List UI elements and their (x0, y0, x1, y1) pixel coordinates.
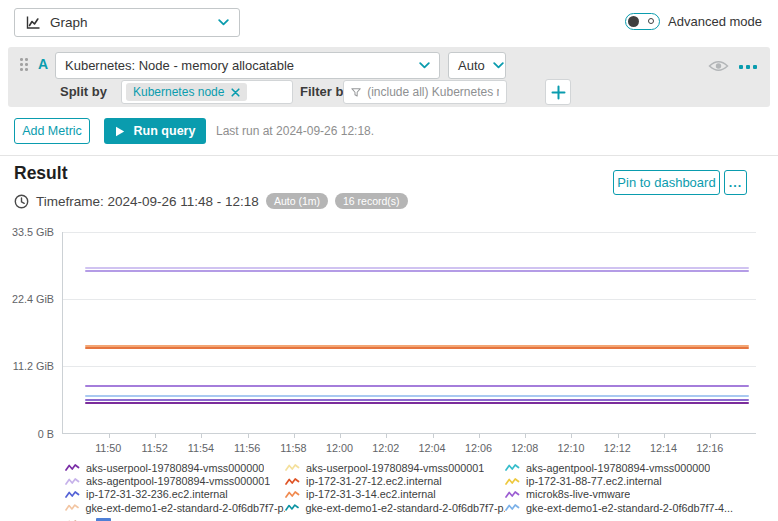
visualization-select[interactable]: Graph (14, 8, 240, 37)
legend-item[interactable]: gke-ext-demo1-e2-standard-2-0f6db7f7-4..… (505, 501, 755, 514)
visibility-eye-icon[interactable] (708, 59, 729, 73)
add-metric-button[interactable]: Add Metric (14, 118, 90, 144)
metric-select[interactable]: Kubernetes: Node - memory allocatable (55, 52, 440, 79)
legend-item[interactable]: aks-agentpool-19780894-vmss000000 (505, 461, 755, 474)
x-axis-label: 12:02 (364, 442, 408, 454)
legend-item[interactable]: ip-172-31-27-12.ec2.internal (285, 474, 505, 487)
advanced-mode: Advanced mode (625, 13, 762, 30)
x-tick-mark (386, 434, 387, 438)
section-divider (0, 155, 778, 156)
legend-item[interactable]: ip-172-31-88-77.ec2.internal (505, 474, 755, 487)
timeframe-row: Timeframe: 2024-09-26 11:48 - 12:18 Auto… (14, 193, 408, 209)
query-letter: A (38, 56, 48, 72)
result-title: Result (14, 163, 67, 184)
run-query-button[interactable]: Run query (104, 118, 206, 144)
gridline (63, 366, 756, 367)
add-dimension-button[interactable] (545, 79, 571, 105)
query-more-options-icon[interactable] (739, 65, 757, 69)
legend-item-label: gke-ext-demo1-e2-standard-2-0f6db7f7-p..… (85, 502, 285, 514)
series-line[interactable] (85, 402, 749, 404)
x-axis-label: 12:14 (641, 442, 685, 454)
x-tick-mark (479, 434, 480, 438)
toggle-ring (648, 18, 654, 24)
plot-area[interactable] (62, 232, 756, 434)
filter-funnel-icon (351, 87, 361, 98)
advanced-mode-toggle[interactable] (625, 13, 660, 30)
chart: 33.5 GiB22.4 GiB11.2 GiB0 B11:5011:5211:… (0, 224, 778, 460)
run-query-label: Run query (134, 124, 196, 138)
legend-item-label: ip-172-31-32-236.ec2.internal (86, 488, 228, 500)
chevron-down-icon (493, 62, 504, 69)
gridline (63, 299, 756, 300)
clock-icon (14, 194, 29, 209)
series-line[interactable] (85, 395, 749, 397)
legend-item[interactable]: ip-172-31-32-236.ec2.internal (65, 488, 285, 501)
legend-item-label: aks-userpool-19780894-vmss000000 (86, 462, 264, 474)
y-axis-label: 33.5 GiB (0, 226, 54, 238)
x-tick-mark (525, 434, 526, 438)
split-by-chip[interactable]: Kubernetes node (126, 83, 247, 101)
chip-close-icon[interactable] (231, 88, 240, 97)
metrics-explorer: Graph Advanced mode A Kubernetes: Node -… (0, 0, 778, 521)
series-squiggle-icon (505, 476, 520, 487)
filter-by-input[interactable]: (include all) Kubernetes node (343, 80, 507, 104)
drag-handle-icon[interactable] (20, 58, 28, 71)
line-chart-icon (25, 15, 41, 30)
series-line[interactable] (85, 399, 749, 401)
advanced-mode-label: Advanced mode (668, 14, 762, 29)
series-squiggle-icon (65, 462, 80, 473)
aggregation-select[interactable]: Auto (448, 52, 506, 79)
x-tick-mark (201, 434, 202, 438)
series-line[interactable] (85, 270, 749, 272)
legend-item-label: microk8s-live-vmware (526, 488, 630, 500)
result-more-button[interactable]: ... (724, 170, 747, 195)
pin-to-dashboard-button[interactable]: Pin to dashboard (613, 170, 720, 195)
split-by-chip-label: Kubernetes node (133, 85, 224, 99)
series-squiggle-icon (65, 502, 79, 513)
badge-auto-interval: Auto (1m) (266, 193, 328, 209)
x-axis-label: 12:08 (503, 442, 547, 454)
legend-item-label: ip-172-31-88-77.ec2.internal (526, 475, 662, 487)
legend-item[interactable]: aks-userpool-19780894-vmss000001 (285, 461, 505, 474)
metric-select-value: Kubernetes: Node - memory allocatable (65, 58, 294, 73)
timeframe-text: Timeframe: 2024-09-26 11:48 - 12:18 (36, 194, 259, 209)
x-tick-mark (294, 434, 295, 438)
x-tick-mark (433, 434, 434, 438)
x-axis-label: 12:10 (549, 442, 593, 454)
legend-item-label: gke-ext-demo1-e2-standard-2-0f6db7f7-p..… (305, 502, 505, 514)
series-line[interactable] (85, 267, 749, 269)
x-axis-label: 12:12 (595, 442, 639, 454)
legend-item[interactable]: gke-ext-demo1-e2-standard-2-0f6db7f7-p..… (65, 501, 285, 514)
x-axis-label: 11:58 (271, 442, 315, 454)
x-axis-label: 12:04 (410, 442, 454, 454)
chart-legend: aks-userpool-19780894-vmss000000aks-agen… (65, 461, 755, 515)
legend-item-label: aks-agentpool-19780894-vmss000001 (86, 475, 270, 487)
legend-item-label: ip-172-31-3-14.ec2.internal (306, 488, 436, 500)
x-tick-mark (571, 434, 572, 438)
series-squiggle-icon (285, 462, 300, 473)
legend-item-partial (65, 515, 80, 521)
y-axis-label: 22.4 GiB (0, 293, 54, 305)
x-axis-label: 12:16 (688, 442, 732, 454)
legend-item-label: gke-ext-demo1-e2-standard-2-0f6db7f7-4..… (526, 502, 733, 514)
series-squiggle-icon (285, 489, 300, 500)
legend-item[interactable]: ip-172-31-3-14.ec2.internal (285, 488, 505, 501)
last-run-text: Last run at 2024-09-26 12:18. (216, 124, 374, 138)
x-tick-mark (340, 434, 341, 438)
gridline (63, 232, 756, 233)
series-squiggle-icon (65, 476, 80, 487)
badge-record-count: 16 record(s) (335, 193, 408, 209)
legend-item-label: aks-agentpool-19780894-vmss000000 (526, 462, 710, 474)
legend-item[interactable]: aks-userpool-19780894-vmss000000 (65, 461, 285, 474)
split-by-input[interactable]: Kubernetes node (121, 80, 293, 104)
legend-item[interactable]: microk8s-live-vmware (505, 488, 755, 501)
y-axis-label: 0 B (0, 428, 54, 440)
legend-item-label: ip-172-31-27-12.ec2.internal (306, 475, 442, 487)
x-axis-label: 11:52 (133, 442, 177, 454)
legend-item[interactable]: aks-agentpool-19780894-vmss000001 (65, 474, 285, 487)
chevron-down-icon (218, 19, 229, 26)
series-line[interactable] (85, 385, 749, 387)
toggle-knob (628, 16, 639, 27)
legend-item[interactable]: gke-ext-demo1-e2-standard-2-0f6db7f7-p..… (285, 501, 505, 514)
series-line[interactable] (85, 347, 749, 349)
